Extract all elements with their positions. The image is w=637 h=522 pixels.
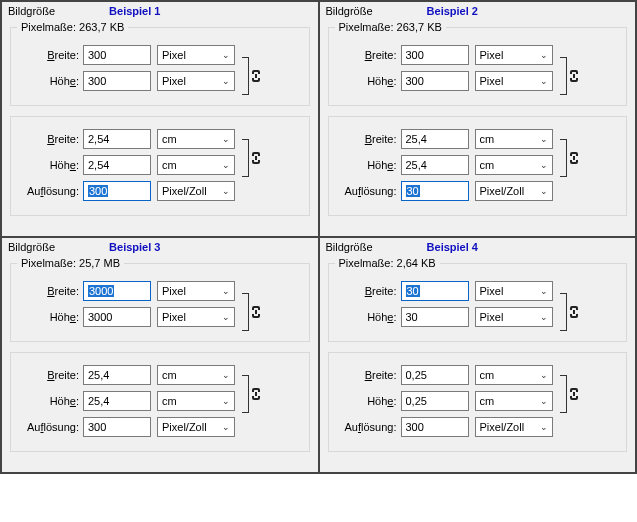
docSize-resolution-input[interactable]: 300 — [83, 181, 151, 201]
docSize-height-unit-select[interactable]: cm⌄ — [475, 155, 553, 175]
pixelDims-width-input[interactable]: 30 — [401, 281, 469, 301]
pixelDims-width-input[interactable]: 3000 — [83, 281, 151, 301]
pixelDims-group: Pixelmaße: 25,7 MBBreite:3000Pixel⌄Höhe:… — [10, 257, 310, 342]
docSize-resolution-label: Auflösung: — [335, 185, 401, 197]
pixelDims-width-input[interactable] — [83, 45, 151, 65]
pixelDims-height-unit-select[interactable]: Pixel⌄ — [475, 71, 553, 91]
docSize-width-unit-select[interactable]: cm⌄ — [475, 129, 553, 149]
pixelDims-width-input[interactable] — [401, 45, 469, 65]
docSize-height-label: Höhe: — [335, 395, 401, 407]
pixel-dimensions-legend: Pixelmaße: 263,7 KB — [335, 21, 446, 33]
docSize-resolution-unit-select[interactable]: Pixel/Zoll⌄ — [157, 417, 235, 437]
example-label: Beispiel 2 — [427, 5, 478, 17]
link-icon[interactable] — [569, 305, 579, 319]
chevron-down-icon: ⌄ — [222, 134, 230, 144]
pixelDims-width-label: Breite: — [335, 285, 401, 297]
docSize-width-label: Breite: — [335, 369, 401, 381]
pixelDims-height-label: Höhe: — [335, 311, 401, 323]
chevron-down-icon: ⌄ — [222, 160, 230, 170]
constrain-bracket — [553, 375, 567, 413]
chevron-down-icon: ⌄ — [540, 134, 548, 144]
link-icon[interactable] — [251, 387, 261, 401]
docSize-height-input[interactable] — [401, 155, 469, 175]
docSize-width-label: Breite: — [17, 133, 83, 145]
docSize-resolution-label: Auflösung: — [17, 185, 83, 197]
pixelDims-width-unit-select[interactable]: Pixel⌄ — [475, 281, 553, 301]
pixelDims-width-unit-select[interactable]: Pixel⌄ — [475, 45, 553, 65]
docSize-group: Breite:cm⌄Höhe:cm⌄Auflösung:300Pixel/Zol… — [10, 116, 310, 216]
pixel-dimensions-legend: Pixelmaße: 25,7 MB — [17, 257, 124, 269]
chevron-down-icon: ⌄ — [222, 370, 230, 380]
pixelDims-height-input[interactable] — [83, 71, 151, 91]
pixelDims-group: Pixelmaße: 263,7 KBBreite:Pixel⌄Höhe:Pix… — [10, 21, 310, 106]
docSize-height-input[interactable] — [83, 155, 151, 175]
docSize-width-input[interactable] — [83, 129, 151, 149]
docSize-resolution-unit-select[interactable]: Pixel/Zoll⌄ — [157, 181, 235, 201]
image-size-panel: BildgrößeBeispiel 3Pixelmaße: 25,7 MBBre… — [1, 237, 319, 473]
link-icon[interactable] — [251, 151, 261, 165]
chevron-down-icon: ⌄ — [540, 370, 548, 380]
pixelDims-width-unit-select[interactable]: Pixel⌄ — [157, 45, 235, 65]
image-size-panel: BildgrößeBeispiel 1Pixelmaße: 263,7 KBBr… — [1, 1, 319, 237]
docSize-width-label: Breite: — [335, 133, 401, 145]
pixelDims-group: Pixelmaße: 263,7 KBBreite:Pixel⌄Höhe:Pix… — [328, 21, 628, 106]
docSize-height-unit-select[interactable]: cm⌄ — [475, 391, 553, 411]
chevron-down-icon: ⌄ — [222, 76, 230, 86]
link-icon[interactable] — [569, 69, 579, 83]
pixelDims-height-input[interactable] — [401, 71, 469, 91]
docSize-resolution-input[interactable] — [83, 417, 151, 437]
docSize-width-unit-select[interactable]: cm⌄ — [157, 365, 235, 385]
pixelDims-height-label: Höhe: — [335, 75, 401, 87]
chevron-down-icon: ⌄ — [540, 396, 548, 406]
docSize-resolution-input[interactable] — [401, 417, 469, 437]
example-label: Beispiel 1 — [109, 5, 160, 17]
link-icon[interactable] — [569, 387, 579, 401]
docSize-group: Breite:cm⌄Höhe:cm⌄Auflösung:Pixel/Zoll⌄ — [328, 352, 628, 452]
chevron-down-icon: ⌄ — [222, 186, 230, 196]
docSize-width-unit-select[interactable]: cm⌄ — [157, 129, 235, 149]
docSize-resolution-input[interactable]: 30 — [401, 181, 469, 201]
pixelDims-width-label: Breite: — [335, 49, 401, 61]
docSize-height-input[interactable] — [83, 391, 151, 411]
docSize-resolution-unit-select[interactable]: Pixel/Zoll⌄ — [475, 181, 553, 201]
pixelDims-height-unit-select[interactable]: Pixel⌄ — [475, 307, 553, 327]
docSize-resolution-unit-select[interactable]: Pixel/Zoll⌄ — [475, 417, 553, 437]
panel-title: Bildgröße — [326, 5, 373, 17]
docSize-height-unit-select[interactable]: cm⌄ — [157, 155, 235, 175]
constrain-bracket — [235, 139, 249, 177]
chevron-down-icon: ⌄ — [540, 286, 548, 296]
chevron-down-icon: ⌄ — [540, 186, 548, 196]
panel-title: Bildgröße — [8, 241, 55, 253]
link-icon[interactable] — [251, 69, 261, 83]
chevron-down-icon: ⌄ — [222, 422, 230, 432]
pixel-dimensions-legend: Pixelmaße: 263,7 KB — [17, 21, 128, 33]
pixelDims-height-label: Höhe: — [17, 75, 83, 87]
docSize-group: Breite:cm⌄Höhe:cm⌄Auflösung:30Pixel/Zoll… — [328, 116, 628, 216]
link-icon[interactable] — [569, 151, 579, 165]
docSize-height-unit-select[interactable]: cm⌄ — [157, 391, 235, 411]
example-label: Beispiel 4 — [427, 241, 478, 253]
chevron-down-icon: ⌄ — [222, 50, 230, 60]
pixelDims-height-unit-select[interactable]: Pixel⌄ — [157, 71, 235, 91]
docSize-height-label: Höhe: — [17, 395, 83, 407]
constrain-bracket — [235, 375, 249, 413]
docSize-width-unit-select[interactable]: cm⌄ — [475, 365, 553, 385]
chevron-down-icon: ⌄ — [540, 50, 548, 60]
pixelDims-height-input[interactable] — [83, 307, 151, 327]
link-icon[interactable] — [251, 305, 261, 319]
docSize-width-input[interactable] — [401, 129, 469, 149]
pixelDims-height-unit-select[interactable]: Pixel⌄ — [157, 307, 235, 327]
docSize-height-input[interactable] — [401, 391, 469, 411]
docSize-width-input[interactable] — [83, 365, 151, 385]
pixelDims-height-input[interactable] — [401, 307, 469, 327]
panel-title: Bildgröße — [8, 5, 55, 17]
docSize-group: Breite:cm⌄Höhe:cm⌄Auflösung:Pixel/Zoll⌄ — [10, 352, 310, 452]
constrain-bracket — [553, 293, 567, 331]
image-size-panel: BildgrößeBeispiel 2Pixelmaße: 263,7 KBBr… — [319, 1, 637, 237]
chevron-down-icon: ⌄ — [540, 422, 548, 432]
constrain-bracket — [553, 57, 567, 95]
docSize-width-input[interactable] — [401, 365, 469, 385]
pixelDims-width-unit-select[interactable]: Pixel⌄ — [157, 281, 235, 301]
constrain-bracket — [553, 139, 567, 177]
pixelDims-width-label: Breite: — [17, 285, 83, 297]
